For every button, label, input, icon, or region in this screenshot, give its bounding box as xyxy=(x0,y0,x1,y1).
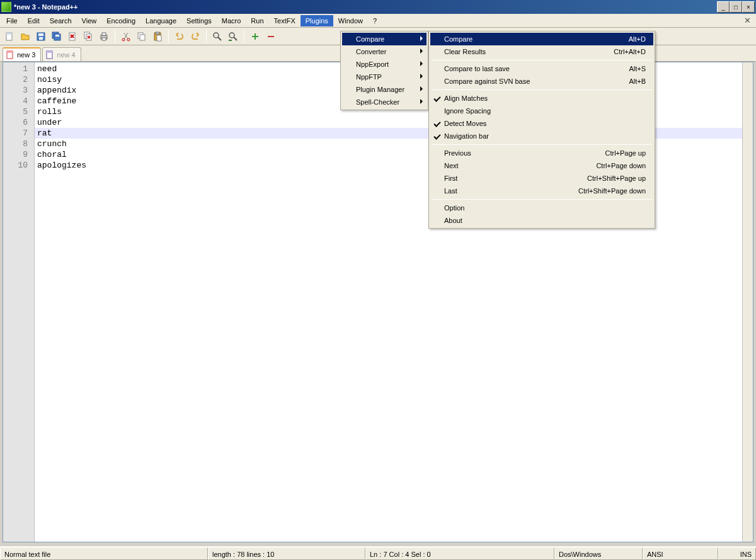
maximize-button[interactable]: □ xyxy=(730,1,742,13)
open-file-button[interactable] xyxy=(18,30,32,43)
find-button[interactable] xyxy=(210,30,224,43)
save-button[interactable] xyxy=(34,30,48,43)
compare-compare[interactable]: CompareAlt+D xyxy=(430,33,653,45)
compare-align-matches[interactable]: Align Matches xyxy=(430,92,653,105)
menu-edit[interactable]: Edit xyxy=(23,15,45,26)
compare-detect-moves[interactable]: Detect Moves xyxy=(430,117,653,130)
compare-ignore-spacing[interactable]: Ignore Spacing xyxy=(430,105,653,117)
plugins-nppftp[interactable]: NppFTP xyxy=(342,71,427,83)
plugins-compare[interactable]: Compare xyxy=(342,33,427,45)
status-position: Ln : 7 Col : 4 Sel : 0 xyxy=(365,547,554,560)
menu-help[interactable]: ? xyxy=(368,15,382,26)
file-icon xyxy=(45,50,54,59)
compare-option[interactable]: Option xyxy=(430,202,653,214)
plugins-converter[interactable]: Converter xyxy=(342,45,427,58)
status-bar: Normal text file length : 78 lines : 10 … xyxy=(0,546,756,560)
undo-button[interactable] xyxy=(173,30,186,43)
file-icon xyxy=(6,50,14,59)
svg-point-14 xyxy=(122,38,125,41)
compare-previous[interactable]: PreviousCtrl+Page up xyxy=(430,147,653,159)
compare-navigation-bar[interactable]: Navigation bar xyxy=(430,130,653,142)
svg-point-21 xyxy=(214,33,219,38)
menu-settings[interactable]: Settings xyxy=(181,15,217,26)
menu-window[interactable]: Window xyxy=(333,15,368,26)
status-eol: Dos\Windows xyxy=(554,547,643,560)
close-all-button[interactable] xyxy=(81,30,95,43)
menu-search[interactable]: Search xyxy=(45,15,77,26)
compare-last[interactable]: LastCtrl+Shift+Page down xyxy=(430,185,653,197)
menu-file[interactable]: File xyxy=(1,15,23,26)
vertical-scrollbar[interactable] xyxy=(742,62,753,542)
plugins-spell-checker[interactable]: Spell-Checker xyxy=(342,96,427,108)
compare-submenu: CompareAlt+D Clear ResultsCtrl+Alt+D Com… xyxy=(428,31,655,229)
zoom-out-button[interactable] xyxy=(264,30,278,43)
menu-plugins[interactable]: Plugins xyxy=(301,15,333,26)
copy-button[interactable] xyxy=(135,30,149,43)
status-encoding: ANSI xyxy=(643,547,718,560)
menubar: File Edit Search View Encoding Language … xyxy=(0,14,756,28)
replace-button[interactable] xyxy=(226,30,240,43)
print-button[interactable] xyxy=(97,30,111,43)
status-length: length : 78 lines : 10 xyxy=(208,547,365,560)
menu-encoding[interactable]: Encoding xyxy=(101,15,140,26)
svg-point-15 xyxy=(127,38,130,41)
save-all-button[interactable] xyxy=(50,30,64,43)
menu-macro[interactable]: Macro xyxy=(217,15,246,26)
svg-rect-26 xyxy=(47,51,52,53)
zoom-in-button[interactable] xyxy=(248,30,262,43)
svg-rect-20 xyxy=(157,35,161,41)
titlebar: *new 3 - Notepad++ _ □ × xyxy=(0,0,756,14)
svg-rect-12 xyxy=(102,33,106,35)
svg-rect-1 xyxy=(6,33,12,35)
minimize-button[interactable]: _ xyxy=(717,1,730,13)
tab-new-4[interactable]: new 4 xyxy=(42,47,81,61)
cut-button[interactable] xyxy=(119,30,133,43)
tab-label: new 3 xyxy=(17,51,35,59)
compare-against-svn-base[interactable]: Compare against SVN baseAlt+B xyxy=(430,75,653,88)
tab-label: new 4 xyxy=(57,51,75,59)
line-number-gutter: 12345 678910 xyxy=(3,62,35,542)
document-close-button[interactable]: ✕ xyxy=(740,16,755,25)
compare-clear-results[interactable]: Clear ResultsCtrl+Alt+D xyxy=(430,45,653,58)
svg-rect-7 xyxy=(55,35,59,37)
svg-rect-19 xyxy=(156,32,159,34)
plugins-plugin-manager[interactable]: Plugin Manager xyxy=(342,83,427,96)
redo-button[interactable] xyxy=(188,30,202,43)
tab-new-3[interactable]: new 3 xyxy=(3,47,41,61)
menu-textfx[interactable]: TextFX xyxy=(269,15,301,26)
status-filetype: Normal text file xyxy=(0,547,208,560)
plugins-dropdown: Compare Converter NppExport NppFTP Plugi… xyxy=(340,31,428,110)
new-file-button[interactable] xyxy=(3,30,16,43)
svg-rect-17 xyxy=(140,35,145,40)
compare-first[interactable]: FirstCtrl+Shift+Page up xyxy=(430,172,653,185)
menu-view[interactable]: View xyxy=(77,15,102,26)
app-icon xyxy=(1,2,11,12)
menu-run[interactable]: Run xyxy=(246,15,268,26)
svg-point-22 xyxy=(229,33,234,38)
svg-rect-13 xyxy=(102,38,106,40)
plugins-nppexport[interactable]: NppExport xyxy=(342,58,427,71)
svg-rect-24 xyxy=(7,51,13,53)
svg-rect-4 xyxy=(39,37,43,40)
menu-language[interactable]: Language xyxy=(140,15,181,26)
status-insert-mode: INS xyxy=(718,547,756,560)
close-file-button[interactable] xyxy=(66,30,79,43)
close-button[interactable]: × xyxy=(742,1,755,13)
compare-to-last-save[interactable]: Compare to last saveAlt+S xyxy=(430,62,653,75)
svg-rect-3 xyxy=(38,33,43,36)
compare-next[interactable]: NextCtrl+Page down xyxy=(430,159,653,172)
window-title: *new 3 - Notepad++ xyxy=(14,3,717,11)
compare-about[interactable]: About xyxy=(430,214,653,227)
paste-button[interactable] xyxy=(151,30,164,43)
